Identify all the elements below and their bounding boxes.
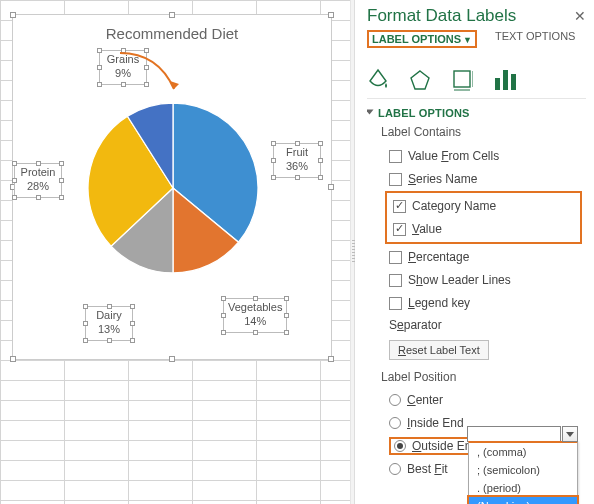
svg-rect-4 bbox=[495, 78, 500, 90]
reset-label-text-button[interactable]: Reset Label Text bbox=[389, 340, 489, 360]
checkbox-icon[interactable] bbox=[389, 297, 402, 310]
data-label[interactable]: Grains9% bbox=[99, 50, 147, 85]
check-percentage[interactable]: Percentage bbox=[389, 246, 582, 268]
label-position-title: Label Position bbox=[381, 370, 582, 384]
label-text: Percentage bbox=[408, 250, 469, 264]
svg-rect-5 bbox=[503, 70, 508, 90]
check-legend-key[interactable]: Legend key bbox=[389, 292, 582, 314]
pie-chart[interactable] bbox=[88, 103, 258, 273]
data-label[interactable]: Protein28% bbox=[14, 163, 62, 198]
effects-icon[interactable] bbox=[409, 68, 431, 92]
checkbox-icon[interactable] bbox=[389, 274, 402, 287]
check-value-from-cells[interactable]: Value From Cells bbox=[389, 145, 582, 167]
size-props-icon[interactable] bbox=[451, 68, 473, 92]
close-icon[interactable]: ✕ bbox=[574, 8, 586, 24]
category-icon-row bbox=[367, 56, 586, 92]
fill-icon[interactable] bbox=[367, 68, 389, 92]
separator-opt-semicolon[interactable]: ; (semicolon) bbox=[469, 461, 577, 479]
checkbox-icon[interactable] bbox=[389, 173, 402, 186]
separator-opt-comma[interactable]: , (comma) bbox=[469, 443, 577, 461]
tab-label-options-text: LABEL OPTIONS bbox=[372, 33, 461, 45]
svg-rect-6 bbox=[511, 74, 516, 90]
tab-text-options[interactable]: TEXT OPTIONS bbox=[495, 30, 575, 48]
label-text: Legend key bbox=[408, 296, 470, 310]
label-text: Value bbox=[412, 222, 442, 236]
check-series-name[interactable]: Series Name bbox=[389, 168, 582, 190]
label-text: Value From Cells bbox=[408, 149, 499, 163]
label-text: Inside End bbox=[407, 416, 464, 430]
label-options-icon[interactable] bbox=[493, 66, 519, 92]
data-label[interactable]: Dairy13% bbox=[85, 306, 133, 341]
check-show-leader-lines[interactable]: Show Leader Lines bbox=[389, 269, 582, 291]
separator-combo-button[interactable] bbox=[562, 426, 578, 442]
chart-object[interactable]: Recommended Diet Fruit36%Vegetables14%Da… bbox=[12, 14, 332, 360]
tab-label-options[interactable]: LABEL OPTIONS▼ bbox=[367, 30, 477, 48]
section-label-options[interactable]: LABEL OPTIONS bbox=[367, 107, 582, 119]
worksheet-grid[interactable]: Recommended Diet Fruit36%Vegetables14%Da… bbox=[0, 0, 350, 504]
label-text: Best Fit bbox=[407, 462, 448, 476]
radio-icon[interactable] bbox=[389, 417, 401, 429]
separator-combo[interactable] bbox=[467, 426, 561, 442]
checkbox-icon[interactable] bbox=[393, 223, 406, 236]
separator-row: Separator bbox=[389, 318, 582, 332]
radio-center[interactable]: Center bbox=[389, 390, 582, 410]
radio-icon[interactable] bbox=[394, 440, 406, 452]
label-text: Show Leader Lines bbox=[408, 273, 511, 287]
data-label[interactable]: Fruit36% bbox=[273, 143, 321, 178]
label-text: Category Name bbox=[412, 199, 496, 213]
radio-icon[interactable] bbox=[389, 463, 401, 475]
highlighted-checks: Category Name Value bbox=[385, 191, 582, 244]
label-text: Center bbox=[407, 393, 443, 407]
checkbox-icon[interactable] bbox=[389, 251, 402, 264]
svg-rect-1 bbox=[454, 71, 470, 87]
radio-icon[interactable] bbox=[389, 394, 401, 406]
pie-plot-area[interactable]: Fruit36%Vegetables14%Dairy13%Protein28%G… bbox=[13, 48, 333, 338]
label-text: Series Name bbox=[408, 172, 477, 186]
separator-label: Separator bbox=[389, 318, 442, 332]
separator-opt-newline[interactable]: (New Line) bbox=[467, 495, 579, 504]
panel-title: Format Data Labels bbox=[367, 6, 516, 26]
checkbox-icon[interactable] bbox=[393, 200, 406, 213]
checkbox-icon[interactable] bbox=[389, 150, 402, 163]
pane-splitter[interactable] bbox=[350, 0, 355, 504]
check-value[interactable]: Value bbox=[393, 218, 578, 240]
data-label[interactable]: Vegetables14% bbox=[223, 298, 287, 333]
check-category-name[interactable]: Category Name bbox=[393, 195, 578, 217]
separator-dropdown[interactable]: , (comma) ; (semicolon) . (period) (New … bbox=[468, 441, 578, 504]
label-contains-title: Label Contains bbox=[381, 125, 582, 139]
svg-marker-0 bbox=[411, 71, 429, 89]
chart-title[interactable]: Recommended Diet bbox=[13, 25, 331, 42]
format-pane: Format Data Labels ✕ LABEL OPTIONS▼ TEXT… bbox=[355, 0, 594, 504]
